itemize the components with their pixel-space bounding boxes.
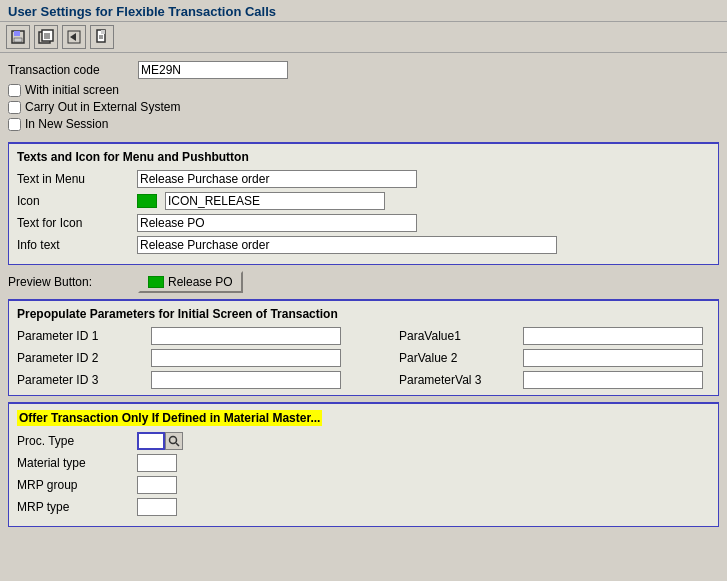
- prepopulate-section: Prepopulate Parameters for Initial Scree…: [8, 299, 719, 396]
- carry-out-row: Carry Out in External System: [8, 100, 719, 114]
- svg-point-14: [170, 437, 177, 444]
- in-new-session-checkbox[interactable]: [8, 118, 21, 131]
- para-value1-label: ParaValue1: [399, 329, 519, 343]
- transaction-code-row: Transaction code: [8, 61, 719, 79]
- svg-rect-1: [14, 31, 20, 36]
- param-id2-input[interactable]: [151, 349, 341, 367]
- preview-label: Preview Button:: [8, 275, 138, 289]
- mrp-group-label: MRP group: [17, 478, 137, 492]
- info-text-row: Info text: [17, 236, 710, 254]
- back-button[interactable]: [62, 25, 86, 49]
- param-id1-input[interactable]: [151, 327, 341, 345]
- para-value1-input[interactable]: [523, 327, 703, 345]
- texts-section: Texts and Icon for Menu and Pushbutton T…: [8, 142, 719, 265]
- offer-title: Offer Transaction Only If Defined in Mat…: [17, 410, 322, 426]
- info-text-label: Info text: [17, 238, 137, 252]
- proc-type-label: Proc. Type: [17, 434, 137, 448]
- text-in-menu-input[interactable]: [137, 170, 417, 188]
- prepopulate-title: Prepopulate Parameters for Initial Scree…: [17, 307, 710, 321]
- material-type-input[interactable]: [137, 454, 177, 472]
- text-for-icon-label: Text for Icon: [17, 216, 137, 230]
- proc-type-search-button[interactable]: [165, 432, 183, 450]
- material-type-row: Material type: [17, 454, 710, 472]
- mrp-type-input[interactable]: [137, 498, 177, 516]
- info-text-input[interactable]: [137, 236, 557, 254]
- param-id3-label: Parameter ID 3: [17, 373, 147, 387]
- carry-out-label: Carry Out in External System: [25, 100, 180, 114]
- page-title: User Settings for Flexible Transaction C…: [8, 4, 719, 19]
- preview-flag-icon: [148, 276, 164, 288]
- mrp-group-input[interactable]: [137, 476, 177, 494]
- main-content: Transaction code With initial screen Car…: [0, 53, 727, 566]
- with-initial-screen-row: With initial screen: [8, 83, 719, 97]
- svg-rect-2: [14, 38, 22, 42]
- preview-button-text: Release PO: [168, 275, 233, 289]
- toolbar: [0, 22, 727, 53]
- flag-icon: [137, 194, 157, 208]
- icon-value-input[interactable]: [165, 192, 385, 210]
- preview-button[interactable]: Release PO: [138, 271, 243, 293]
- icon-label: Icon: [17, 194, 137, 208]
- offer-section: Offer Transaction Only If Defined in Mat…: [8, 402, 719, 527]
- save2-button[interactable]: [34, 25, 58, 49]
- param-id3-input[interactable]: [151, 371, 341, 389]
- transaction-code-input[interactable]: [138, 61, 288, 79]
- with-initial-screen-checkbox[interactable]: [8, 84, 21, 97]
- in-new-session-label: In New Session: [25, 117, 108, 131]
- in-new-session-row: In New Session: [8, 117, 719, 131]
- with-initial-screen-label: With initial screen: [25, 83, 119, 97]
- mrp-type-row: MRP type: [17, 498, 710, 516]
- texts-section-title: Texts and Icon for Menu and Pushbutton: [17, 150, 710, 164]
- preview-row: Preview Button: Release PO: [8, 271, 719, 293]
- save-button[interactable]: [6, 25, 30, 49]
- par-value2-label: ParValue 2: [399, 351, 519, 365]
- text-for-icon-row: Text for Icon: [17, 214, 710, 232]
- parameter-val3-input[interactable]: [523, 371, 703, 389]
- svg-marker-11: [101, 30, 105, 34]
- icon-row: Icon: [17, 192, 710, 210]
- proc-type-row: Proc. Type: [17, 432, 710, 450]
- icon-cell: [137, 192, 385, 210]
- proc-type-container: [137, 432, 183, 450]
- svg-line-15: [176, 443, 179, 446]
- par-value2-input[interactable]: [523, 349, 703, 367]
- mrp-group-row: MRP group: [17, 476, 710, 494]
- material-type-label: Material type: [17, 456, 137, 470]
- text-in-menu-label: Text in Menu: [17, 172, 137, 186]
- document-button[interactable]: [90, 25, 114, 49]
- mrp-type-label: MRP type: [17, 500, 137, 514]
- transaction-code-label: Transaction code: [8, 63, 138, 77]
- carry-out-checkbox[interactable]: [8, 101, 21, 114]
- text-in-menu-row: Text in Menu: [17, 170, 710, 188]
- param-id1-label: Parameter ID 1: [17, 329, 147, 343]
- text-for-icon-input[interactable]: [137, 214, 417, 232]
- param-id2-label: Parameter ID 2: [17, 351, 147, 365]
- proc-type-input[interactable]: [137, 432, 165, 450]
- parameter-val3-label: ParameterVal 3: [399, 373, 519, 387]
